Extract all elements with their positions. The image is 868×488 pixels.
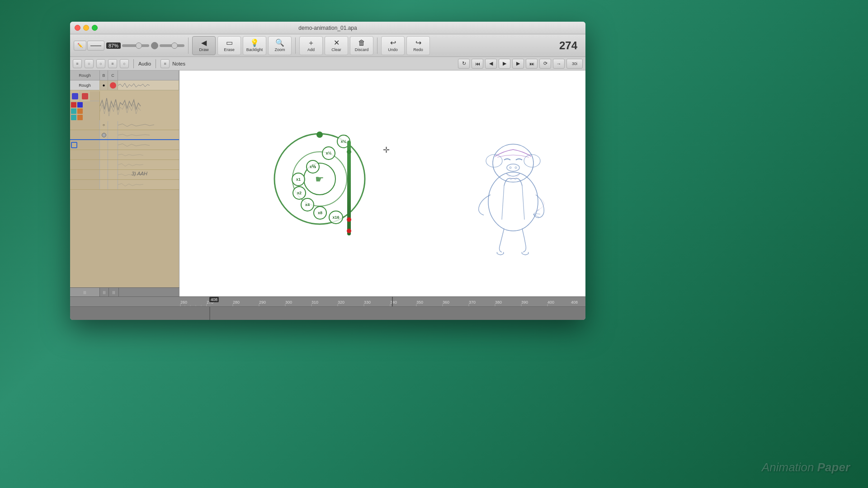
tool-icon-1[interactable] — [70, 91, 80, 101]
view-toggle-4[interactable]: ≡ — [108, 59, 117, 68]
maximize-button[interactable] — [92, 25, 98, 31]
svg-point-13 — [515, 167, 517, 169]
svg-text:330: 330 — [364, 300, 371, 305]
layer-row-7[interactable] — [70, 160, 179, 170]
forward-btn[interactable]: → — [553, 59, 565, 69]
traffic-lights — [75, 25, 98, 31]
frame-rate-btn[interactable]: 30i — [566, 59, 583, 69]
swatch-cyan-2[interactable] — [71, 115, 76, 120]
layer-vis-4[interactable] — [100, 130, 108, 140]
ruler-svg: 260 270 280 290 300 310 32 — [179, 297, 585, 306]
prev-frame-btn[interactable]: ◀ — [485, 59, 497, 69]
undo-icon: ↩ — [390, 39, 396, 47]
next-frame-btn[interactable]: ▶ — [512, 59, 524, 69]
layer-vis-6[interactable] — [100, 150, 108, 160]
panel-timeline-marks: ||| ||| ||| ||| ||| — [70, 287, 179, 296]
skip-to-start-btn[interactable]: ⏮ — [472, 59, 483, 69]
add-button[interactable]: ＋ Add — [299, 36, 323, 55]
speed-x8-btn[interactable]: x8 — [313, 206, 327, 220]
swatch-row-2 — [71, 108, 99, 114]
speed-x2-btn[interactable]: x2 — [292, 186, 306, 200]
playback-controls: ↻ ⏮ ◀ ▶ ▶ ⏭ ⟳ → 30i — [458, 59, 583, 69]
undo-button[interactable]: ↩ Undo — [381, 36, 405, 55]
zoom-button[interactable]: 🔍 Zoom — [268, 36, 292, 55]
pen-mode-btn[interactable]: ✏️ — [74, 41, 86, 51]
speed-slider-dot-top — [347, 150, 351, 154]
speed-x1-btn[interactable]: x1 — [292, 173, 305, 186]
brush-size-slider[interactable] — [122, 44, 149, 47]
zoom-label: Zoom — [275, 47, 285, 52]
tool-icon-2[interactable] — [80, 91, 90, 101]
swatch-blue[interactable] — [77, 102, 83, 108]
speed-x4-btn[interactable]: x4 — [301, 198, 314, 211]
view-toggle-3[interactable]: ○ — [96, 59, 105, 68]
layer-color-8 — [108, 170, 118, 179]
clear-button[interactable]: ✕ Clear — [325, 36, 348, 55]
layer-row-6[interactable] — [70, 150, 179, 160]
draw-button[interactable]: ◀ Draw — [192, 36, 216, 55]
layer-row-8[interactable]: 3) AAH — [70, 170, 179, 180]
swatch-orange[interactable] — [77, 108, 83, 114]
speed-slider-dot-bottom2 — [347, 229, 351, 233]
svg-text:260: 260 — [180, 300, 187, 305]
layer-frames-sel — [118, 140, 179, 150]
cross-cursor: ✛ — [383, 145, 390, 155]
color-inactive-dot — [151, 42, 158, 49]
layer-row-selected[interactable] — [70, 140, 179, 150]
panel-mark-3: ||| — [109, 288, 119, 296]
layer-vis-9[interactable] — [100, 180, 108, 189]
svg-text:360: 360 — [443, 300, 449, 305]
layer-color-sel — [108, 140, 118, 150]
secondary-toolbar: ≡ ○ ○ ≡ ○ Audio ≡ Notes ↻ ⏮ ◀ ▶ ▶ ⏭ ⟳ → … — [70, 57, 585, 70]
backlight-button[interactable]: 💡 Backlight — [243, 36, 266, 55]
opacity-slider[interactable] — [160, 44, 184, 47]
skip-to-end-btn[interactable]: ⏭ — [526, 59, 538, 69]
swatch-red[interactable] — [71, 102, 76, 108]
redo-button[interactable]: ↪ Redo — [406, 36, 430, 55]
main-content: Rough B C Rough ● — [70, 70, 585, 296]
view-toggle-5[interactable]: ○ — [120, 59, 129, 68]
minimize-button[interactable] — [83, 25, 89, 31]
swatch-orange-2[interactable] — [77, 115, 83, 120]
svg-text:400: 400 — [547, 300, 554, 305]
layer-row-9[interactable] — [70, 180, 179, 190]
svg-text:350: 350 — [416, 300, 423, 305]
discard-button[interactable]: 🗑 Discard — [350, 36, 373, 55]
canvas-area[interactable]: ☛ x¼ x½ x⅔ x1 x2 x4 — [179, 70, 585, 296]
layer-color-6 — [108, 150, 118, 160]
play-btn[interactable]: ▶ — [499, 59, 510, 69]
speed-x23-btn[interactable]: x⅔ — [306, 160, 320, 174]
timeline-track[interactable] — [70, 307, 585, 320]
layer-thumb-red — [82, 93, 88, 99]
speed-x12-btn[interactable]: x½ — [322, 146, 335, 160]
layer-row-4[interactable] — [70, 130, 179, 140]
speed-x16-btn[interactable]: x16 — [329, 211, 343, 224]
mark-text-1: ||| — [83, 290, 86, 294]
opacity-thumb[interactable] — [171, 42, 178, 49]
frame-counter: 274 — [559, 39, 582, 52]
layer-row-3[interactable]: ○ — [70, 120, 179, 130]
layer-vis-7[interactable] — [100, 160, 108, 169]
desktop: demo-animation_01.apa ✏️ —— 87% — [0, 0, 868, 488]
swatch-cyan[interactable] — [71, 108, 76, 114]
layer-vis-sel[interactable] — [100, 140, 108, 150]
view-toggle-1[interactable]: ≡ — [73, 59, 82, 68]
layer-vis-3[interactable]: ○ — [100, 120, 108, 130]
redo-label: Redo — [413, 47, 423, 52]
layer-vis-1[interactable]: ● — [100, 80, 108, 90]
character-svg — [463, 111, 563, 256]
erase-button[interactable]: ▭ Erase — [217, 36, 241, 55]
vertical-speed-slider[interactable] — [346, 141, 352, 235]
brush-slider-thumb[interactable] — [136, 42, 142, 49]
loop-btn[interactable]: ↻ — [458, 59, 470, 69]
panel-mark-2: ||| — [100, 288, 109, 296]
notes-toggle[interactable]: ≡ — [160, 59, 170, 68]
layer-row-1[interactable]: Rough ● — [70, 80, 179, 90]
close-button[interactable] — [75, 25, 80, 31]
view-toggle-2[interactable]: ○ — [85, 59, 94, 68]
smooth-mode-btn[interactable]: —— — [87, 41, 104, 51]
layer-frames-6 — [118, 150, 179, 160]
slow-motion-btn[interactable]: ⟳ — [539, 59, 551, 69]
ruler-marks: 260 270 280 290 300 310 32 — [70, 297, 585, 306]
layer-vis-8[interactable] — [100, 170, 108, 179]
